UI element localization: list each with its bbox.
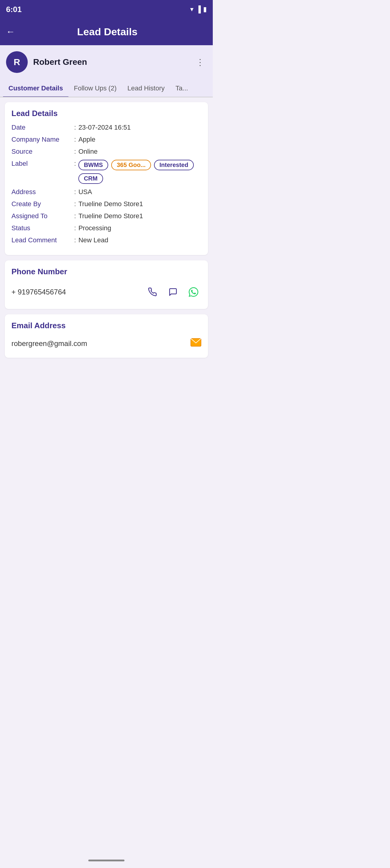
bottom-bar xyxy=(0,853,213,868)
phone-number: + 919765456764 xyxy=(11,288,140,296)
field-company-name: Company Name : Apple xyxy=(11,135,201,144)
field-assigned-to: Assigned To : Trueline Demo Store1 xyxy=(11,212,201,220)
lead-details-title: Lead Details xyxy=(11,109,201,118)
sms-button[interactable] xyxy=(165,284,181,300)
field-label-comment: Lead Comment xyxy=(11,236,72,244)
tabs-row: Customer Details Follow Ups (2) Lead His… xyxy=(0,79,213,97)
field-value-source: Online xyxy=(78,148,201,156)
field-lead-comment: Lead Comment : New Lead xyxy=(11,236,201,244)
wifi-icon: ▾ xyxy=(190,5,193,13)
email-address-card: Email Address robergreen@gmail.com xyxy=(5,314,208,358)
tab-ta[interactable]: Ta... xyxy=(170,79,193,97)
tab-customer-details[interactable]: Customer Details xyxy=(3,79,68,97)
lead-details-card: Lead Details Date : 23-07-2024 16:51 Com… xyxy=(5,102,208,255)
field-label-date: Date xyxy=(11,124,72,131)
email-icon[interactable] xyxy=(190,338,201,349)
more-options-button[interactable]: ⋮ xyxy=(193,55,207,70)
badge-interested[interactable]: Interested xyxy=(154,160,194,170)
field-label-address: Address xyxy=(11,188,72,196)
content-area: Lead Details Date : 23-07-2024 16:51 Com… xyxy=(0,97,213,428)
field-label-company: Company Name xyxy=(11,135,72,144)
field-value-comment: New Lead xyxy=(78,236,201,244)
phone-row: + 919765456764 xyxy=(11,282,201,302)
battery-icon: ▮ xyxy=(203,5,207,13)
call-button[interactable] xyxy=(145,284,160,300)
status-icons: ▾ ▐ ▮ xyxy=(190,5,207,13)
field-status: Status : Processing xyxy=(11,224,201,232)
field-label-assigned-to: Assigned To xyxy=(11,212,72,220)
field-label-source: Source xyxy=(11,148,72,156)
badge-crm[interactable]: CRM xyxy=(78,173,103,184)
field-value-create-by: Trueline Demo Store1 xyxy=(78,200,201,208)
field-date: Date : 23-07-2024 16:51 xyxy=(11,124,201,131)
tab-lead-history[interactable]: Lead History xyxy=(122,79,170,97)
top-bar: ← Lead Details xyxy=(0,18,213,45)
field-label-status: Status xyxy=(11,224,72,232)
badge-365[interactable]: 365 Goo... xyxy=(111,160,151,170)
field-value-assigned-to: Trueline Demo Store1 xyxy=(78,212,201,220)
signal-icon: ▐ xyxy=(196,5,201,13)
avatar: R xyxy=(6,51,28,73)
email-section-title: Email Address xyxy=(11,321,201,330)
email-value: robergreen@gmail.com xyxy=(11,339,190,348)
field-value-status: Processing xyxy=(78,224,201,232)
back-button[interactable]: ← xyxy=(6,27,15,37)
field-value-company: Apple xyxy=(78,135,201,144)
whatsapp-button[interactable] xyxy=(186,284,201,300)
phone-number-card: Phone Number + 919765456764 xyxy=(5,260,208,309)
labels-container: BWMS 365 Goo... Interested CRM xyxy=(78,160,201,184)
field-label-row: Label : BWMS 365 Goo... Interested CRM xyxy=(11,160,201,184)
field-source: Source : Online xyxy=(11,148,201,156)
phone-section-title: Phone Number xyxy=(11,267,201,276)
field-label-create-by: Create By xyxy=(11,200,72,208)
field-value-address: USA xyxy=(78,188,201,196)
profile-name: Robert Green xyxy=(33,57,188,67)
profile-row: R Robert Green ⋮ xyxy=(0,45,213,79)
bottom-indicator xyxy=(88,860,124,861)
status-time: 6:01 xyxy=(6,5,22,14)
field-address: Address : USA xyxy=(11,188,201,196)
field-create-by: Create By : Trueline Demo Store1 xyxy=(11,200,201,208)
badge-bwms[interactable]: BWMS xyxy=(78,160,108,170)
field-label-label: Label xyxy=(11,160,72,167)
status-bar: 6:01 ▾ ▐ ▮ xyxy=(0,0,213,18)
tab-follow-ups[interactable]: Follow Ups (2) xyxy=(68,79,122,97)
page-title: Lead Details xyxy=(20,26,195,38)
field-value-date: 23-07-2024 16:51 xyxy=(78,124,201,131)
email-row: robergreen@gmail.com xyxy=(11,336,201,351)
